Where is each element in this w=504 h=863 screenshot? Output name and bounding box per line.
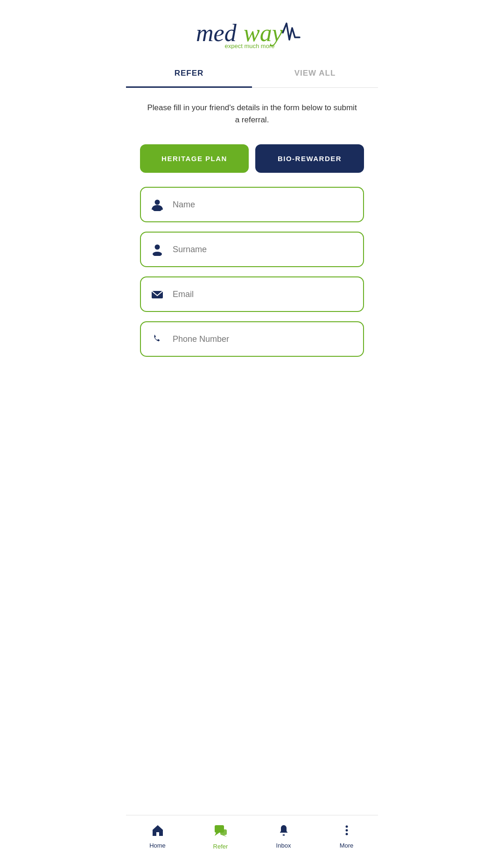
svg-point-13 <box>345 826 348 828</box>
svg-text:expect much more: expect much more <box>225 42 275 49</box>
email-field[interactable] <box>140 276 364 312</box>
nav-item-more[interactable]: More <box>315 820 378 854</box>
main-content: Please fill in your friend's details in … <box>126 88 378 815</box>
bio-rewarder-button[interactable]: BIO-REWARDER <box>255 144 364 173</box>
svg-point-6 <box>153 252 162 256</box>
email-icon <box>150 288 164 301</box>
tab-refer[interactable]: REFER <box>126 60 252 88</box>
surname-input[interactable] <box>173 245 354 255</box>
svg-point-15 <box>345 833 348 835</box>
refer-icon <box>214 824 228 841</box>
tab-view-all[interactable]: VIEW ALL <box>252 60 378 88</box>
logo-wrapper: med way expect much more <box>191 14 313 51</box>
nav-label-refer: Refer <box>213 843 228 850</box>
phone-input[interactable] <box>173 334 354 344</box>
nav-label-home: Home <box>149 842 166 849</box>
surname-field[interactable] <box>140 232 364 267</box>
logo: med way expect much more <box>191 14 313 51</box>
name-field[interactable] <box>140 187 364 222</box>
form-fields-container <box>126 187 378 357</box>
phone-icon <box>150 332 164 346</box>
person-icon-name <box>150 198 164 211</box>
nav-item-inbox[interactable]: Inbox <box>252 820 315 854</box>
plan-buttons-container: HERITAGE PLAN BIO-REWARDER <box>126 140 378 187</box>
svg-point-5 <box>155 245 160 250</box>
svg-point-3 <box>155 200 160 205</box>
tabs-container: REFER VIEW ALL <box>126 60 378 88</box>
home-icon <box>151 824 164 840</box>
heritage-plan-button[interactable]: HERITAGE PLAN <box>140 144 249 173</box>
bottom-navigation: Home Refer Inbox <box>126 815 378 863</box>
email-input[interactable] <box>173 290 354 299</box>
more-icon <box>340 824 353 840</box>
inbox-icon <box>277 824 290 840</box>
svg-point-14 <box>345 829 348 832</box>
svg-marker-11 <box>222 835 227 837</box>
nav-label-inbox: Inbox <box>276 842 291 849</box>
description-text: Please fill in your friend's details in … <box>126 88 378 140</box>
name-input[interactable] <box>173 200 354 210</box>
svg-rect-10 <box>220 829 227 835</box>
nav-label-more: More <box>340 842 354 849</box>
phone-field[interactable] <box>140 321 364 357</box>
nav-item-refer[interactable]: Refer <box>189 820 252 854</box>
svg-point-12 <box>282 835 285 836</box>
nav-item-home[interactable]: Home <box>126 820 189 854</box>
svg-marker-9 <box>215 833 219 836</box>
person-icon-surname <box>150 243 164 256</box>
logo-container: med way expect much more <box>126 0 378 60</box>
